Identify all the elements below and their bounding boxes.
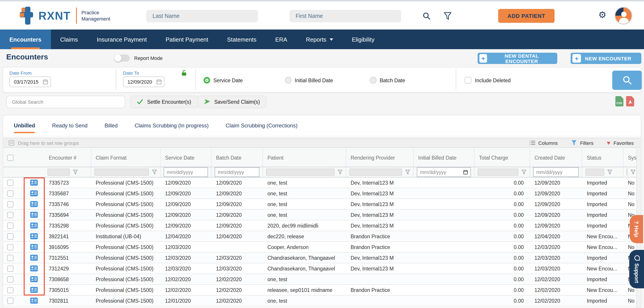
tab-unbilled[interactable]: Unbilled [14, 115, 35, 136]
filter-input-rendering_provider[interactable] [349, 169, 402, 176]
row-checkbox[interactable] [7, 212, 14, 218]
filter-input-claim_format[interactable] [94, 169, 149, 176]
tab-billed[interactable]: Billed [104, 115, 118, 136]
patient-card-icon[interactable] [30, 190, 38, 197]
row-checkbox[interactable] [7, 233, 14, 239]
filter-date-input-service_date[interactable]: mm/dd/yyyy [164, 167, 208, 177]
table-row[interactable]: 3916095Professional (CMS-1500)12/03/2020… [3, 242, 637, 253]
row-checkbox[interactable] [7, 180, 14, 186]
row-checkbox[interactable] [7, 244, 14, 250]
columns-button[interactable]: Columns [529, 140, 558, 146]
patient-card-icon[interactable] [30, 201, 38, 207]
table-row[interactable]: 7312551Professional (CMS-1500)12/03/2020… [3, 253, 637, 263]
radio-button[interactable] [204, 77, 210, 84]
first-name-input[interactable] [289, 10, 401, 22]
new-encounter-button[interactable]: + NEW ENCOUNTER [571, 53, 641, 64]
rxnt-logo[interactable]: RXNT PracticeManagement [20, 7, 110, 24]
nav-item-reports[interactable]: Reports [296, 29, 342, 49]
filter-funnel-icon[interactable] [152, 169, 157, 175]
patient-card-icon[interactable] [30, 287, 38, 293]
table-row[interactable]: 3922141Institutional (UB-04)12/04/202012… [3, 231, 637, 242]
radio-service-date[interactable]: Service Date [204, 77, 243, 84]
patient-card-icon[interactable] [30, 244, 38, 250]
patient-card-icon[interactable] [30, 297, 38, 304]
checkbox[interactable] [465, 77, 471, 84]
patient-card-icon[interactable] [30, 211, 38, 218]
radio-batch-date[interactable]: Batch Date [370, 77, 405, 84]
patient-card-icon[interactable] [30, 276, 38, 283]
tab-ready-to-send[interactable]: Ready to Send [52, 115, 88, 136]
patient-card-icon[interactable] [30, 179, 38, 186]
add-patient-button[interactable]: ADD PATIENT [498, 9, 554, 23]
column-header-sys[interactable]: Sys [624, 148, 637, 167]
table-row[interactable]: 7335298Professional (CMS-1500)12/09/2020… [3, 220, 637, 231]
filter-funnel-icon[interactable] [405, 169, 410, 175]
support-tab[interactable]: Support [629, 250, 644, 288]
filter-date-input-batch_date[interactable]: mm/dd/yyyy [215, 167, 260, 177]
table-row[interactable]: 7305015Professional (CMS-1500)12/02/2020… [3, 285, 637, 296]
export-csv-icon[interactable]: CSV [616, 96, 624, 106]
filter-icon[interactable] [444, 12, 452, 20]
table-row[interactable]: 7335687Professional (CMS-1500)12/09/2020… [3, 188, 637, 199]
column-header-created_date[interactable]: Created Date [530, 148, 582, 167]
column-header-rendering_provider[interactable]: Rendering Provider [346, 148, 414, 167]
filter-funnel-icon[interactable] [630, 169, 636, 175]
include-deleted-checkbox[interactable]: Include Deleted [465, 77, 511, 84]
filter-input-status[interactable] [586, 169, 604, 176]
table-row[interactable]: 7335694Professional (CMS-1500)12/09/2020… [3, 210, 637, 220]
filter-input-total_charge[interactable] [478, 169, 518, 176]
save-send-claims-button[interactable]: Save/Send Claim(s) [197, 96, 267, 108]
column-header-service_date[interactable]: Service Date [160, 148, 212, 167]
date-to-input[interactable]: 12/09/2020 [123, 76, 164, 87]
row-checkbox[interactable] [7, 190, 14, 197]
radio-button[interactable] [285, 77, 292, 84]
table-row[interactable]: 7335723Professional (CMS-1500)12/09/2020… [3, 177, 637, 188]
filter-input-sys[interactable] [626, 169, 628, 176]
column-header-status[interactable]: Status [582, 148, 624, 167]
row-checkbox[interactable] [7, 222, 14, 229]
unlock-icon[interactable] [181, 70, 187, 76]
table-row[interactable]: 7302811Professional (CMS-1500)12/01/2020… [3, 296, 637, 306]
column-header-batch_date[interactable]: Batch Date [212, 148, 263, 167]
column-header-encounter[interactable]: Encounter # [44, 148, 91, 167]
settle-encounters-button[interactable]: Settle Encounter(s) [130, 96, 198, 108]
export-pdf-icon[interactable] [626, 96, 634, 106]
report-mode-toggle[interactable] [114, 54, 130, 62]
calendar-icon[interactable] [463, 169, 468, 175]
column-header-total_charge[interactable]: Total Charge [474, 148, 530, 167]
nav-item-statements[interactable]: Statements [218, 29, 266, 49]
filter-date-input-created_date[interactable]: mm/dd/yyyy [533, 167, 579, 177]
nav-item-patient-payment[interactable]: Patient Payment [156, 29, 218, 49]
filter-date-input-initial_billed_date[interactable]: mm/dd/yyyy [417, 167, 471, 177]
table-row[interactable]: 7312429Professional (CMS-1500)12/03/2020… [3, 263, 637, 274]
patient-card-icon[interactable] [30, 222, 38, 229]
column-header-claim_format[interactable]: Claim Format [91, 148, 160, 167]
column-header-initial_billed_date[interactable]: Initial Billed Date [414, 148, 474, 167]
row-checkbox[interactable] [7, 265, 14, 272]
user-avatar[interactable] [614, 7, 632, 24]
filter-funnel-icon[interactable] [608, 169, 612, 175]
favorites-button[interactable]: ♥Favorites [607, 139, 634, 146]
patient-card-icon[interactable] [30, 254, 38, 261]
row-checkbox[interactable] [7, 298, 14, 304]
nav-item-encounters[interactable]: Encounters [0, 29, 51, 49]
table-row[interactable]: 7308658Professional (CMS-1500)12/02/2020… [3, 274, 637, 285]
calendar-icon[interactable] [43, 79, 48, 84]
help-tab[interactable]: ? Help [630, 215, 643, 243]
row-checkbox[interactable] [7, 276, 14, 282]
filter-input-encounter[interactable] [48, 169, 70, 176]
date-from-input[interactable]: 03/17/2015 [10, 76, 51, 87]
row-checkbox[interactable] [7, 201, 14, 207]
search-button[interactable] [612, 71, 642, 90]
last-name-input[interactable] [146, 10, 258, 22]
select-all-checkbox[interactable] [7, 154, 14, 161]
row-checkbox[interactable] [7, 287, 14, 293]
patient-card-icon[interactable] [30, 265, 38, 272]
nav-item-era[interactable]: ERA [266, 29, 296, 49]
filter-input-patient[interactable] [266, 169, 334, 176]
new-dental-encounter-button[interactable]: + NEW DENTAL ENCOUNTER [478, 53, 557, 64]
nav-item-insurance-payment[interactable]: Insurance Payment [88, 29, 156, 49]
calendar-icon[interactable] [156, 79, 162, 84]
global-search-input[interactable] [6, 96, 125, 108]
filter-funnel-icon[interactable] [73, 169, 78, 175]
